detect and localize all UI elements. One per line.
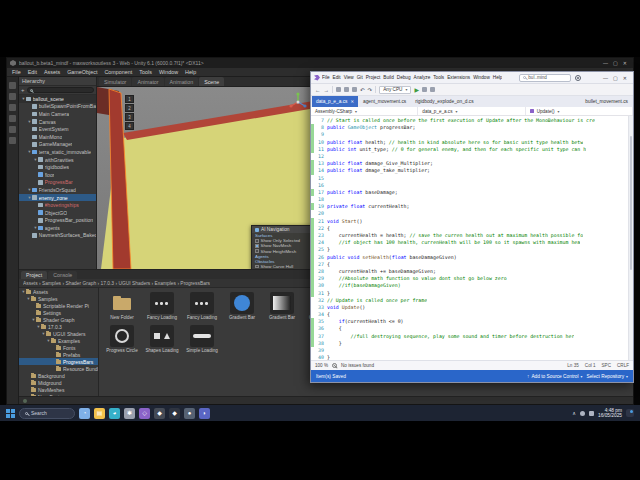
hierarchy-item[interactable]: ▾FriendsOrSquad bbox=[19, 186, 96, 194]
project-folder-row[interactable]: ProgressBars bbox=[19, 358, 98, 365]
editor-scrollbar[interactable] bbox=[628, 116, 633, 360]
hierarchy-item[interactable]: EventSystem bbox=[19, 125, 96, 133]
code-line[interactable]: 35 if(currentHealth <= 0) bbox=[311, 318, 633, 325]
hand-tool-icon[interactable] bbox=[9, 82, 16, 89]
project-folder-row[interactable]: Prefabs bbox=[19, 351, 98, 358]
hierarchy-item[interactable]: ▾agents bbox=[19, 224, 96, 232]
project-folder-row[interactable]: NavMeshes bbox=[19, 386, 98, 393]
hierarchy-item[interactable]: ▾terra_static_immovable bbox=[19, 148, 96, 156]
code-line[interactable]: 37 //full destroying sequence, play some… bbox=[311, 333, 633, 340]
code-line[interactable]: 25} bbox=[311, 246, 633, 253]
code-editor[interactable]: 7// Start is called once before the firs… bbox=[311, 116, 633, 360]
hierarchy-item[interactable]: #hoveringships bbox=[19, 201, 96, 209]
code-line[interactable]: 32// Update is called once per frame bbox=[311, 297, 633, 304]
scene-tab-animation[interactable]: Animation bbox=[165, 77, 199, 86]
editor-tab[interactable]: agent_movement.cs bbox=[359, 96, 410, 107]
vs-menu-debug[interactable]: Debug bbox=[397, 75, 411, 80]
unity-menu-tools[interactable]: Tools bbox=[139, 69, 152, 75]
minimize-button[interactable]: — bbox=[603, 60, 608, 66]
vs-menu-help[interactable]: Help bbox=[493, 75, 503, 80]
hierarchy-item[interactable]: ▾Canvas bbox=[19, 118, 96, 126]
code-line[interactable]: 38 } bbox=[311, 340, 633, 347]
code-line[interactable]: 26public void setHealth(float baseDamage… bbox=[311, 254, 633, 261]
tray-chevron-icon[interactable]: ∧ bbox=[572, 410, 576, 416]
health-indicator-icon[interactable] bbox=[332, 363, 337, 368]
hierarchy-search-input[interactable] bbox=[27, 87, 94, 93]
checkbox-icon[interactable] bbox=[255, 265, 259, 269]
checkbox-icon[interactable] bbox=[255, 239, 259, 243]
code-line[interactable]: 28 currentHealth += baseDamageGiven; bbox=[311, 268, 633, 275]
code-line[interactable]: 14public float dmage_take_multiplier; bbox=[311, 167, 633, 174]
save-all-icon[interactable] bbox=[352, 87, 357, 92]
editor-tab[interactable]: data_p_e_a.cs✕ bbox=[312, 96, 358, 107]
close-button[interactable]: ✕ bbox=[623, 60, 627, 66]
discord-icon[interactable]: ◗ bbox=[199, 408, 210, 419]
unity-menu-window[interactable]: Window bbox=[159, 69, 178, 75]
hierarchy-item[interactable]: ▾withGravities bbox=[19, 156, 96, 164]
unity-hub-icon[interactable]: ◆ bbox=[154, 408, 165, 419]
checkbox-icon[interactable] bbox=[255, 249, 259, 253]
code-line[interactable]: 10public float health; // health in kind… bbox=[311, 139, 633, 146]
breadcrumb[interactable]: Assets › Samples › Shader Graph › 17.0.3… bbox=[23, 281, 210, 286]
project-folder-row[interactable]: Resource Bundle bbox=[19, 365, 98, 372]
unity-menu-assets[interactable]: Assets bbox=[44, 69, 60, 75]
code-line[interactable]: 27{ bbox=[311, 261, 633, 268]
hierarchy-item[interactable]: ProgressBar bbox=[19, 179, 96, 187]
save-icon[interactable] bbox=[344, 87, 349, 92]
vs-menu-extensions[interactable]: Extensions bbox=[447, 75, 470, 80]
code-line[interactable]: 15 bbox=[311, 175, 633, 182]
asset-item[interactable]: Simple Loading bbox=[185, 325, 219, 353]
scene-layer-badge[interactable]: 1 bbox=[125, 95, 134, 103]
code-line[interactable]: 23 currentHealth = health; // save the c… bbox=[311, 232, 633, 239]
hierarchy-tab[interactable]: Hierarchy bbox=[19, 77, 96, 86]
project-folder-row[interactable]: Scriptable Render Pi bbox=[19, 302, 98, 309]
undo-icon[interactable]: ↶ bbox=[360, 87, 365, 93]
scene-tab-scene[interactable]: Scene bbox=[199, 77, 224, 86]
scene-layer-badge[interactable]: 4 bbox=[125, 122, 134, 130]
vs-menu-tools[interactable]: Tools bbox=[433, 75, 444, 80]
project-folder-row[interactable]: ▾Shader Graph bbox=[19, 316, 98, 323]
code-line[interactable]: 16 bbox=[311, 182, 633, 189]
project-folder-row[interactable]: Background bbox=[19, 372, 98, 379]
rotate-tool-icon[interactable] bbox=[9, 104, 16, 111]
project-dropdown[interactable]: Assembly-CSharp ▾ bbox=[311, 107, 418, 115]
unity-menu-edit[interactable]: Edit bbox=[28, 69, 37, 75]
add-gameobject-button[interactable]: + bbox=[21, 87, 25, 93]
code-line[interactable]: 21void Start() bbox=[311, 218, 633, 225]
editor-tab[interactable]: rigidbody_explode_on_d.cs bbox=[411, 96, 477, 107]
scene-tab-animator[interactable]: Animator bbox=[132, 77, 163, 86]
checkbox-icon[interactable] bbox=[255, 244, 259, 248]
code-line[interactable]: 7// Start is called once before the firs… bbox=[311, 117, 633, 124]
hierarchy-item[interactable]: Main Camera bbox=[19, 110, 96, 118]
code-line[interactable]: 8public GameObject progressBar; bbox=[311, 124, 633, 131]
vs-menu-view[interactable]: View bbox=[344, 75, 354, 80]
vs-menu-git[interactable]: Git bbox=[357, 75, 363, 80]
hierarchy-item[interactable]: floor bbox=[19, 171, 96, 179]
asset-item[interactable]: New Folder bbox=[105, 292, 139, 320]
close-button[interactable]: ✕ bbox=[623, 75, 627, 81]
code-line[interactable]: 30 //if(baseDamageGiven) bbox=[311, 282, 633, 289]
maximize-button[interactable]: ▢ bbox=[613, 60, 618, 66]
hierarchy-item[interactable]: ObjectGO bbox=[19, 209, 96, 217]
asset-item[interactable]: Shapes Loading bbox=[145, 325, 179, 353]
code-line[interactable]: 18 bbox=[311, 196, 633, 203]
view-orientation-gizmo[interactable] bbox=[287, 91, 309, 113]
hierarchy-item[interactable]: ProgressBar_position bbox=[19, 217, 96, 225]
unity-menu-component[interactable]: Component bbox=[104, 69, 132, 75]
project-folder-row[interactable]: ▾Examples bbox=[19, 337, 98, 344]
hierarchy-item[interactable]: MainMono bbox=[19, 133, 96, 141]
code-line[interactable]: 33void Update() bbox=[311, 304, 633, 311]
transform-tool-icon[interactable] bbox=[9, 137, 16, 144]
code-line[interactable]: 13public float damage_Give_Multiplier; bbox=[311, 160, 633, 167]
vs-menu-edit[interactable]: Edit bbox=[333, 75, 341, 80]
navigate-back-icon[interactable]: ← bbox=[315, 87, 321, 93]
project-folder-row[interactable]: ▾UGUI Shaders bbox=[19, 330, 98, 337]
code-line[interactable]: 29 //Absolute math function so value don… bbox=[311, 275, 633, 282]
edge-icon[interactable]: ◕ bbox=[109, 408, 120, 419]
rect-tool-icon[interactable] bbox=[9, 126, 16, 133]
close-tab-icon[interactable]: ✕ bbox=[350, 99, 354, 104]
project-folder-row[interactable]: ▾Samples bbox=[19, 295, 98, 302]
code-line[interactable]: 39 bbox=[311, 347, 633, 354]
scene-layer-badge[interactable]: 3 bbox=[125, 113, 134, 121]
github-icon[interactable]: ● bbox=[184, 408, 195, 419]
